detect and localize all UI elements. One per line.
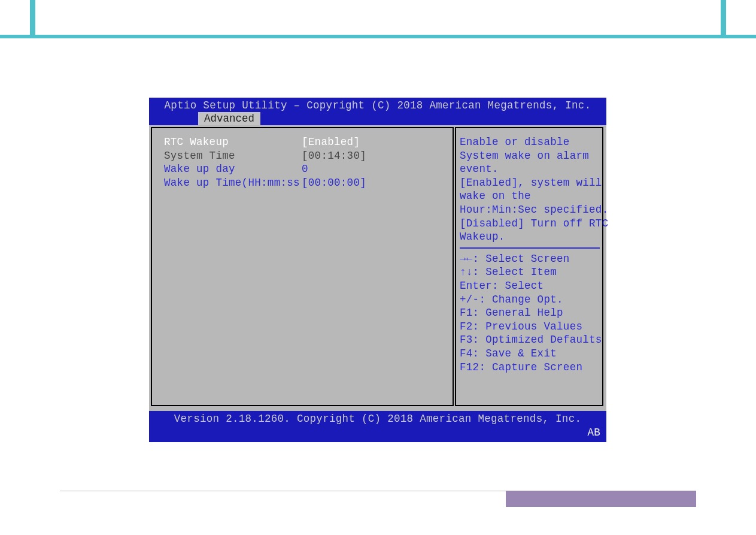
- bios-body: RTC Wakeup [Enabled] System Time [00:14:…: [149, 125, 606, 411]
- help-text: Hour:Min:Sec specified.: [460, 203, 600, 217]
- bios-help-panel: Enable or disable System wake on alarm e…: [455, 127, 603, 406]
- page-header-blank: [35, 0, 721, 35]
- bios-tab-advanced[interactable]: Advanced: [198, 112, 260, 125]
- help-text: Wakeup.: [460, 230, 600, 244]
- setting-wake-up-time[interactable]: Wake up Time(HH:mm:ss [00:00:00]: [164, 176, 448, 190]
- bios-footer-tag: AB: [587, 426, 600, 440]
- page-border-top: [0, 35, 756, 38]
- page-footer-block: [506, 491, 696, 507]
- bios-title: Aptio Setup Utility – Copyright (C) 2018…: [149, 98, 606, 112]
- key-change-opt: +/-: Change Opt.: [460, 293, 600, 307]
- key-enter-select: Enter: Select: [460, 279, 600, 293]
- setting-label: System Time: [164, 149, 302, 163]
- setting-value: [Enabled]: [302, 135, 360, 149]
- setting-value: [00:00:00]: [302, 176, 366, 190]
- key-select-screen: →←: Select Screen: [460, 252, 600, 266]
- bios-header: Aptio Setup Utility – Copyright (C) 2018…: [149, 98, 606, 125]
- setting-value: [00:14:30]: [302, 149, 366, 163]
- bios-setup-screenshot: manualshive Aptio Setup Utility – Copyri…: [149, 98, 606, 441]
- help-text: Enable or disable: [460, 135, 600, 149]
- key-save-exit: F4: Save & Exit: [460, 347, 600, 361]
- key-general-help: F1: General Help: [460, 306, 600, 320]
- bios-footer: Version 2.18.1260. Copyright (C) 2018 Am…: [149, 411, 606, 442]
- help-text: wake on the: [460, 189, 600, 203]
- page-border-right: [721, 0, 726, 38]
- help-divider: [460, 247, 600, 249]
- help-text: [Disabled] Turn off RTC: [460, 217, 600, 231]
- bios-footer-text: Version 2.18.1260. Copyright (C) 2018 Am…: [174, 413, 582, 425]
- key-select-item: ↑↓: Select Item: [460, 265, 600, 279]
- setting-value: 0: [302, 162, 308, 176]
- page-border-left: [30, 0, 35, 38]
- help-text: [Enabled], system will: [460, 176, 600, 190]
- help-text: System wake on alarm: [460, 149, 600, 163]
- setting-label: RTC Wakeup: [164, 135, 302, 149]
- key-optimized-defaults: F3: Optimized Defaults: [460, 333, 600, 347]
- setting-rtc-wakeup[interactable]: RTC Wakeup [Enabled]: [164, 135, 448, 149]
- key-capture-screen: F12: Capture Screen: [460, 361, 600, 374]
- setting-wake-up-day[interactable]: Wake up day 0: [164, 162, 448, 176]
- key-previous-values: F2: Previous Values: [460, 320, 600, 334]
- setting-system-time[interactable]: System Time [00:14:30]: [164, 149, 448, 163]
- bios-settings-panel: RTC Wakeup [Enabled] System Time [00:14:…: [151, 127, 454, 406]
- setting-label: Wake up day: [164, 162, 302, 176]
- help-text: event.: [460, 162, 600, 176]
- setting-label: Wake up Time(HH:mm:ss: [164, 176, 302, 190]
